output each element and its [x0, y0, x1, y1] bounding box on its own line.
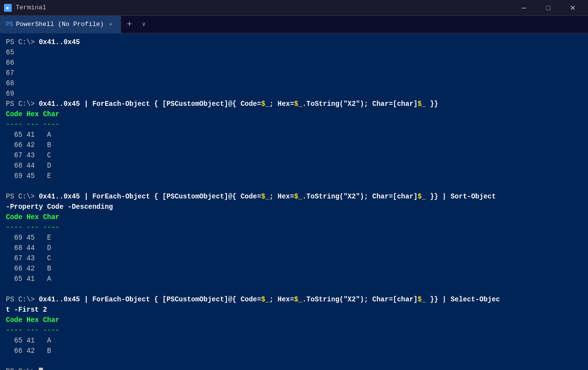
tab-dropdown[interactable]: ∨: [138, 16, 149, 33]
tab-add-button[interactable]: +: [121, 16, 138, 33]
terminal-line: 65: [6, 48, 582, 58]
terminal: PS C:\> 0x41..0x456566676869PS C:\> 0x41…: [0, 33, 588, 370]
table-row: 66 42 B: [6, 264, 582, 274]
terminal-line: [6, 356, 582, 367]
table-header: Code Hex Char: [6, 109, 582, 120]
terminal-line: PS C:\> 0x41..0x45 | ForEach-Object { [P…: [6, 295, 582, 305]
table-header: Code Hex Char: [6, 212, 582, 222]
tab-powershell[interactable]: PS PowerShell (No Profile) ✕: [0, 16, 121, 33]
table-header: Code Hex Char: [6, 315, 582, 325]
table-row: 67 43 C: [6, 150, 582, 161]
terminal-line: PS C:\> 0x41..0x45 | ForEach-Object { [P…: [6, 192, 582, 202]
table-row: 65 41 A: [6, 130, 582, 140]
terminal-line: -Property Code -Descending: [6, 202, 582, 212]
app-title: Terminal: [16, 4, 46, 11]
terminal-line: PS C:\> 0x41..0x45 | ForEach-Object { [P…: [6, 99, 582, 109]
close-button[interactable]: ✕: [562, 0, 584, 16]
table-row: 69 45 E: [6, 171, 582, 181]
tab-powershell-icon: PS: [6, 21, 13, 28]
table-separator: ---- --- ----: [6, 222, 582, 233]
terminal-line: [6, 284, 582, 295]
tab-powershell-label: PowerShell (No Profile): [16, 21, 103, 28]
title-bar: ▶ Terminal ─ □ ✕: [0, 0, 588, 16]
terminal-line: 66: [6, 58, 582, 68]
minimize-button[interactable]: ─: [513, 0, 535, 16]
maximize-button[interactable]: □: [537, 0, 560, 16]
table-row: 65 41 A: [6, 336, 582, 346]
terminal-prompt: PS C:\> █: [6, 367, 582, 370]
terminal-line: 67: [6, 68, 582, 78]
terminal-line: 69: [6, 89, 582, 99]
terminal-line: PS C:\> 0x41..0x45: [6, 37, 582, 48]
terminal-line: [6, 181, 582, 192]
table-row: 68 44 D: [6, 161, 582, 171]
app-icon: ▶: [4, 4, 12, 12]
table-separator: ---- --- ----: [6, 325, 582, 336]
table-separator: ---- --- ----: [6, 120, 582, 130]
terminal-line: t -First 2: [6, 305, 582, 315]
tab-bar: PS PowerShell (No Profile) ✕ + ∨: [0, 16, 588, 33]
table-row: 66 42 B: [6, 140, 582, 150]
table-row: 67 43 C: [6, 253, 582, 264]
terminal-line: 68: [6, 78, 582, 89]
table-row: 65 41 A: [6, 274, 582, 284]
tab-close-icon[interactable]: ✕: [107, 21, 115, 28]
table-row: 66 42 B: [6, 346, 582, 356]
table-row: 69 45 E: [6, 233, 582, 243]
table-row: 68 44 D: [6, 243, 582, 253]
